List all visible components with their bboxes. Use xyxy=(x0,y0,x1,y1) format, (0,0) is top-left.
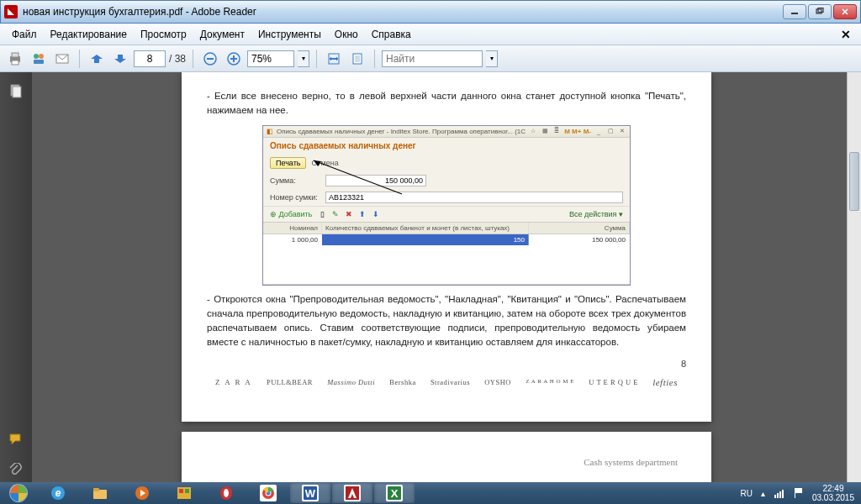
taskbar-ie-icon[interactable]: e xyxy=(38,483,78,503)
sum-field: 150 000,00 xyxy=(325,175,426,186)
document-close-icon[interactable]: ✕ xyxy=(836,28,856,41)
app-icon xyxy=(4,5,18,18)
svg-rect-6 xyxy=(12,53,18,57)
col-nominal: Номинал xyxy=(263,223,322,234)
menu-tools[interactable]: Инструменты xyxy=(251,25,328,44)
up-icon: ⬆ xyxy=(357,209,367,219)
tray-up-icon[interactable]: ▴ xyxy=(761,489,765,498)
collab-icon[interactable] xyxy=(29,49,49,69)
clock[interactable]: 22:49 03.03.2015 xyxy=(812,484,854,502)
menu-document[interactable]: Документ xyxy=(193,25,251,44)
svg-rect-51 xyxy=(774,495,776,498)
prev-page-icon[interactable] xyxy=(87,49,107,69)
zoom-in-icon[interactable] xyxy=(224,49,244,69)
find-input[interactable] xyxy=(382,50,483,67)
paragraph: - Откроются окна "Препроводительная ведо… xyxy=(207,292,686,350)
comments-panel-icon[interactable] xyxy=(5,428,27,450)
pages-panel-icon[interactable] xyxy=(5,81,27,102)
attachments-panel-icon[interactable] xyxy=(5,460,27,482)
copy-icon: ▯ xyxy=(317,209,327,219)
network-icon[interactable] xyxy=(774,487,785,499)
taskbar-excel-icon[interactable]: X xyxy=(374,483,415,503)
brand-massimo: Massimo Dutti xyxy=(327,378,375,386)
brand-lefties: lefties xyxy=(652,377,678,387)
svg-marker-13 xyxy=(114,55,126,63)
menu-view[interactable]: Просмотр xyxy=(134,25,193,44)
bag-field: АВ123321 xyxy=(325,192,623,203)
close-icon: ✕ xyxy=(618,127,626,135)
embedded-screenshot: ◧ Опись сдаваемых наличных денег - Indit… xyxy=(262,125,631,286)
date-label: 03.03.2015 xyxy=(812,493,854,502)
embedded-window-title: Опись сдаваемых наличных денег - Inditex… xyxy=(277,128,526,135)
taskbar-explorer-icon[interactable] xyxy=(80,483,120,503)
zoom-out-icon[interactable] xyxy=(200,49,220,69)
delete-icon: ✖ xyxy=(344,209,354,219)
down-icon: ⬇ xyxy=(371,209,381,219)
minimize-button[interactable] xyxy=(783,4,806,19)
menu-window[interactable]: Окно xyxy=(328,25,365,44)
menu-edit[interactable]: Редактирование xyxy=(44,25,134,44)
svg-rect-22 xyxy=(355,55,360,62)
taskbar-adobe-icon[interactable] xyxy=(332,483,372,503)
taskbar-1c-icon[interactable] xyxy=(164,483,204,503)
email-icon[interactable] xyxy=(52,49,72,69)
min-icon: _ xyxy=(594,127,603,135)
svg-rect-24 xyxy=(13,87,21,97)
print-button: Печать xyxy=(270,157,306,169)
close-button[interactable] xyxy=(833,4,857,19)
document-area[interactable]: - Если все внесено верно, то в левой вер… xyxy=(32,72,861,482)
brand-oysho: OYSHO xyxy=(484,378,511,386)
svg-rect-52 xyxy=(777,493,779,498)
brand-pullbear: PULL&BEAR xyxy=(267,378,313,386)
brand-strad: Stradivarius xyxy=(430,378,470,386)
department-label: Cash systems department xyxy=(207,457,678,467)
taskbar-chrome-icon[interactable] xyxy=(248,483,288,503)
svg-rect-1 xyxy=(816,9,821,13)
zoom-input[interactable] xyxy=(247,50,294,67)
separator xyxy=(79,50,80,68)
sum-label: Сумма: xyxy=(270,176,320,185)
print-icon[interactable] xyxy=(5,49,25,69)
all-actions-link: Все действия ▾ xyxy=(569,210,623,218)
svg-rect-35 xyxy=(185,489,189,493)
link-icon: ≣ xyxy=(552,127,561,135)
svg-rect-30 xyxy=(93,488,99,491)
page-number-input[interactable] xyxy=(134,50,166,67)
next-page-icon[interactable] xyxy=(110,49,130,69)
window-title: новая инструкция бухгалтерия.pdf - Adobe… xyxy=(23,6,783,18)
svg-rect-2 xyxy=(818,8,823,13)
svg-point-9 xyxy=(39,54,44,59)
menu-file[interactable]: Файл xyxy=(5,25,44,44)
menubar: Файл Редактирование Просмотр Документ Ин… xyxy=(0,24,861,45)
flag-icon[interactable] xyxy=(794,487,804,499)
memory-label: M M+ M- xyxy=(564,128,591,135)
vertical-scrollbar[interactable] xyxy=(847,72,861,482)
svg-rect-53 xyxy=(779,491,781,498)
maximize-button[interactable] xyxy=(808,4,832,19)
page-number-label: 8 xyxy=(207,359,686,369)
cancel-link: Отмена xyxy=(311,159,338,167)
svg-rect-7 xyxy=(12,60,18,65)
grid-row-selected: 1 000,00 150 150 000,00 xyxy=(263,234,630,245)
taskbar-word-icon[interactable]: W xyxy=(290,483,330,503)
brands-footer: Z A R A PULL&BEAR Massimo Dutti Bershka … xyxy=(207,377,686,387)
menu-help[interactable]: Справка xyxy=(365,25,418,44)
svg-text:W: W xyxy=(305,487,316,500)
fit-page-icon[interactable] xyxy=(347,49,367,69)
paragraph: - Если все внесено верно, то в левой вер… xyxy=(207,89,686,118)
brand-uterque: U T E R Q U E xyxy=(589,378,638,386)
fit-width-icon[interactable] xyxy=(324,49,344,69)
language-indicator[interactable]: RU xyxy=(740,489,752,498)
system-tray: RU ▴ 22:49 03.03.2015 xyxy=(733,484,861,502)
zoom-dropdown-icon[interactable]: ▾ xyxy=(298,50,309,67)
scrollbar-thumb[interactable] xyxy=(849,152,859,211)
start-button[interactable] xyxy=(0,482,37,504)
find-dropdown-icon[interactable]: ▾ xyxy=(486,50,498,67)
taskbar-mediaplayer-icon[interactable] xyxy=(122,483,162,503)
svg-marker-12 xyxy=(91,55,103,63)
embedded-heading: Опись сдаваемых наличных денег xyxy=(263,138,630,154)
pdf-page: - Если все внесено верно, то в левой вер… xyxy=(182,72,711,422)
svg-point-37 xyxy=(224,489,229,497)
max-icon: ▢ xyxy=(606,127,615,135)
taskbar-opera-icon[interactable] xyxy=(206,483,246,503)
